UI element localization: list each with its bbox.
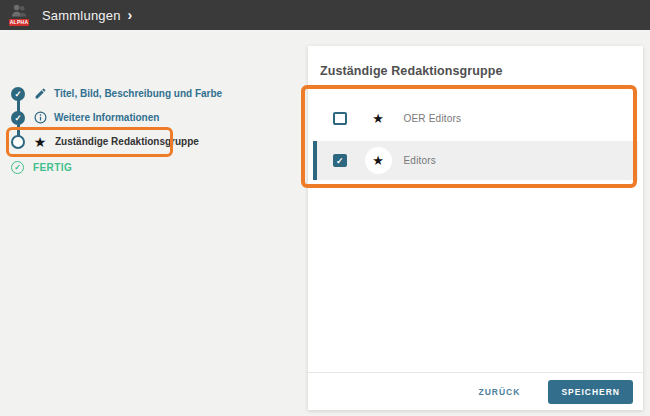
group-label: OER Editors	[404, 113, 462, 124]
panel-footer: ZURÜCK SPEICHERN	[479, 380, 633, 404]
breadcrumb-label: Sammlungen	[42, 8, 121, 23]
app-logo[interactable]: ALPHA	[9, 4, 31, 27]
step-label: Titel, Bild, Beschreibung und Farbe	[54, 88, 222, 99]
panel-title: Zuständige Redaktionsgruppe	[320, 64, 503, 78]
stepper-step-zustaendige-redaktionsgruppe[interactable]: ★ Zuständige Redaktionsgruppe	[11, 134, 199, 149]
pencil-icon	[33, 87, 47, 101]
selected-row-indicator	[313, 141, 317, 180]
checkbox-oer-editors[interactable]	[333, 112, 347, 126]
people-icon	[11, 4, 28, 18]
checkbox-editors[interactable]: ✓	[333, 154, 347, 168]
save-button[interactable]: SPEICHERN	[548, 380, 633, 404]
step-done-check-icon: ✓	[11, 111, 25, 125]
group-star-icon: ★	[365, 147, 392, 174]
stepper-step-titel-bild[interactable]: ✓ Titel, Bild, Beschreibung und Farbe	[11, 86, 222, 101]
step-label: FERTIG	[33, 162, 72, 173]
top-bar: ALPHA Sammlungen ›	[0, 0, 650, 30]
step-label: Zuständige Redaktionsgruppe	[55, 136, 199, 147]
group-label: Editors	[404, 155, 437, 166]
alpha-badge: ALPHA	[9, 19, 29, 26]
edit-panel: Zuständige Redaktionsgruppe ★ OER Editor…	[308, 46, 643, 410]
step-label: Weitere Informationen	[54, 112, 159, 123]
step-active-bullet	[11, 135, 25, 149]
back-button[interactable]: ZURÜCK	[479, 387, 521, 397]
stepper-step-fertig[interactable]: ✓ FERTIG	[11, 160, 72, 175]
group-star-icon: ★	[365, 105, 392, 132]
footer-divider	[308, 372, 643, 373]
star-icon: ★	[33, 135, 47, 149]
chevron-right-icon: ›	[128, 7, 133, 23]
step-finish-check-icon: ✓	[11, 161, 24, 174]
breadcrumb[interactable]: Sammlungen ›	[42, 8, 132, 23]
info-icon	[33, 111, 47, 125]
step-done-check-icon: ✓	[11, 87, 25, 101]
redaktionsgruppe-list: ★ OER Editors ✓ ★ Editors	[313, 96, 638, 180]
group-row-oer-editors[interactable]: ★ OER Editors	[313, 96, 638, 141]
group-row-editors[interactable]: ✓ ★ Editors	[313, 141, 638, 180]
stepper-step-weitere-informationen[interactable]: ✓ Weitere Informationen	[11, 110, 159, 125]
